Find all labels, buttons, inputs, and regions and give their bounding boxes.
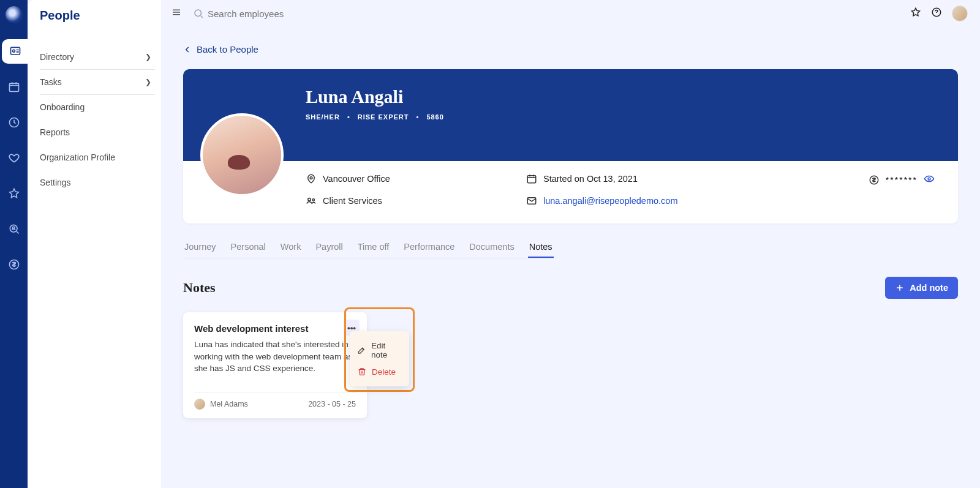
notes-heading: Notes [183,280,216,296]
svg-point-15 [928,178,930,180]
note-author: Mel Adams [194,399,248,410]
add-note-button[interactable]: Add note [885,277,958,299]
author-avatar [194,399,205,410]
profile-id: 5860 [426,113,443,121]
rail-dollar-icon[interactable] [2,252,26,277]
dollar-icon [869,175,880,186]
rail-heart-icon[interactable] [2,146,26,170]
tab-documents[interactable]: Documents [468,238,515,258]
tab-work[interactable]: Work [279,238,303,258]
tab-payroll[interactable]: Payroll [314,238,344,258]
sidebar-item-org-profile[interactable]: Organization Profile [40,145,155,170]
profile-card: Luna Angali SHE/HER • RISE EXPERT • 5860… [183,69,958,223]
tab-notes[interactable]: Notes [528,238,554,258]
hamburger-icon[interactable] [167,3,186,24]
tab-journey[interactable]: Journey [183,238,217,258]
rail-calendar-icon[interactable] [2,75,26,99]
edit-icon [357,345,366,355]
tab-performance[interactable]: Performance [402,238,456,258]
profile-pronouns: SHE/HER [306,113,340,121]
note-menu-highlight: Edit note Delete [344,307,415,392]
profile-salary: ******* [869,173,935,186]
chevron-right-icon: ❯ [145,78,151,86]
sidebar-item-label: Directory [40,52,74,62]
notes-header: Notes Add note [183,277,958,299]
chevron-right-icon: ❯ [145,53,151,61]
plus-icon [895,283,905,293]
rail-clock-icon[interactable] [2,110,26,135]
svg-point-11 [312,199,314,201]
sidebar-item-directory[interactable]: Directory ❯ [40,45,155,70]
svg-rect-12 [527,176,536,183]
sidebar-title: People [40,9,155,23]
svg-point-7 [195,10,202,17]
trash-icon [357,367,367,377]
topbar-avatar[interactable] [952,6,968,21]
tab-personal[interactable]: Personal [230,238,267,258]
location-icon [306,173,317,184]
topbar-star-icon[interactable] [910,7,921,20]
rail-search-person-icon[interactable] [2,217,26,241]
team-icon [306,195,317,206]
edit-note-item[interactable]: Edit note [356,337,403,363]
note-date: 2023 - 05 - 25 [308,400,356,408]
reveal-salary-icon[interactable] [924,173,935,186]
calendar-icon [526,173,537,184]
svg-point-10 [308,198,311,201]
profile-location: Vancouver Office [306,173,489,184]
sidebar-item-tasks[interactable]: Tasks ❯ [40,70,155,95]
topbar [161,0,980,27]
svg-rect-2 [9,83,18,91]
sidebar-item-label: Reports [40,127,70,137]
chevron-left-icon [183,45,192,54]
search-icon [193,8,204,19]
tab-timeoff[interactable]: Time off [356,238,391,258]
search-input[interactable] [208,9,367,19]
sidebar-item-label: Onboarding [40,102,85,112]
note-title: Web development interest [194,323,356,334]
profile-tabs: Journey Personal Work Payroll Time off P… [183,238,554,258]
sidebar-item-reports[interactable]: Reports [40,120,155,145]
sidebar-item-settings[interactable]: Settings [40,170,155,195]
backlink-label: Back to People [197,44,258,54]
back-to-people-link[interactable]: Back to People [183,44,258,54]
content: Back to People Luna Angali SHE/HER • RIS… [161,27,980,437]
profile-meta: SHE/HER • RISE EXPERT • 5860 [306,113,958,121]
note-context-menu: Edit note Delete [350,331,409,386]
sidebar-item-onboarding[interactable]: Onboarding [40,95,155,120]
main-area: Back to People Luna Angali SHE/HER • RIS… [161,0,980,488]
delete-note-item[interactable]: Delete [356,363,403,380]
note-body: Luna has indicated that she's interested… [194,339,356,375]
profile-role: RISE EXPERT [358,113,409,121]
profile-department: Client Services [306,195,489,206]
email-icon [526,195,537,206]
sidebar: People Directory ❯ Tasks ❯ Onboarding Re… [28,0,161,488]
note-card: Web development interest ••• Luna has in… [183,312,367,418]
sidebar-item-label: Tasks [40,77,62,87]
rail-people-icon[interactable] [2,39,29,64]
svg-point-5 [12,227,14,228]
note-footer: Mel Adams 2023 - 05 - 25 [194,392,356,410]
profile-start-date: Started on Oct 13, 2021 [526,173,722,184]
svg-point-1 [12,50,15,52]
sidebar-item-label: Organization Profile [40,152,115,162]
profile-info-row: Vancouver Office Client Services Started… [183,161,958,223]
profile-name: Luna Angali [306,86,958,107]
app-logo[interactable] [6,6,23,23]
svg-point-9 [310,177,312,179]
icon-rail [0,0,28,488]
search-field[interactable] [193,8,903,19]
profile-email[interactable]: luna.angali@risepeopledemo.com [526,195,722,206]
profile-banner: Luna Angali SHE/HER • RISE EXPERT • 5860 [183,69,958,161]
rail-star-icon[interactable] [2,181,26,206]
profile-photo [200,113,284,197]
topbar-help-icon[interactable] [931,7,942,20]
sidebar-item-label: Settings [40,178,71,187]
